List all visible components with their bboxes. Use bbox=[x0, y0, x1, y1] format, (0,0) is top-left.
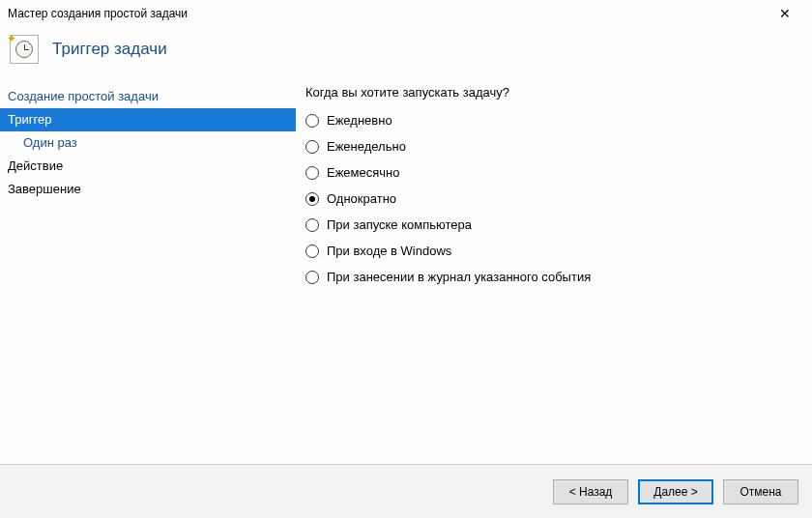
close-button[interactable]: ✕ bbox=[766, 6, 804, 21]
trigger-option-3[interactable]: Однократно bbox=[305, 191, 802, 206]
trigger-option-label: При запуске компьютера bbox=[327, 217, 472, 232]
trigger-option-label: При входе в Windows bbox=[327, 244, 451, 258]
radio-icon bbox=[305, 245, 319, 258]
radio-icon bbox=[305, 166, 319, 180]
titlebar: Мастер создания простой задачи ✕ bbox=[0, 0, 812, 27]
wizard-step-2[interactable]: Один раз bbox=[0, 131, 296, 155]
wizard-step-1[interactable]: Триггер bbox=[0, 108, 296, 131]
trigger-option-4[interactable]: При запуске компьютера bbox=[305, 217, 802, 232]
window-title: Мастер создания простой задачи bbox=[8, 7, 766, 20]
radio-icon bbox=[305, 218, 319, 232]
back-button[interactable]: < Назад bbox=[553, 479, 628, 504]
trigger-option-label: Однократно bbox=[327, 191, 396, 206]
trigger-options-group: ЕжедневноЕженедельноЕжемесячноОднократно… bbox=[305, 113, 802, 284]
wizard-step-3: Действие bbox=[0, 155, 296, 178]
trigger-option-label: При занесении в журнал указанного событи… bbox=[327, 270, 591, 284]
wizard-step-4: Завершение bbox=[0, 178, 296, 201]
trigger-option-1[interactable]: Еженедельно bbox=[305, 139, 802, 154]
page-title: Триггер задачи bbox=[52, 40, 167, 59]
next-button[interactable]: Далее > bbox=[638, 479, 713, 504]
trigger-option-label: Еженедельно bbox=[327, 139, 406, 154]
cancel-button[interactable]: Отмена bbox=[723, 479, 798, 504]
trigger-option-label: Ежедневно bbox=[327, 113, 392, 128]
wizard-step-label: Создание простой задачи bbox=[8, 89, 159, 103]
trigger-option-label: Ежемесячно bbox=[327, 165, 400, 180]
trigger-option-2[interactable]: Ежемесячно bbox=[305, 165, 802, 180]
wizard-body: Создание простой задачиТриггерОдин разДе… bbox=[0, 81, 812, 464]
wizard-footer: < Назад Далее > Отмена bbox=[0, 464, 812, 518]
wizard-main-panel: Когда вы хотите запускать задачу? Ежедне… bbox=[296, 81, 812, 464]
wizard-step-0[interactable]: Создание простой задачи bbox=[0, 85, 296, 108]
trigger-option-0[interactable]: Ежедневно bbox=[305, 113, 802, 128]
scheduler-icon: ✦ bbox=[10, 35, 39, 64]
radio-icon bbox=[305, 192, 319, 206]
wizard-step-label: Действие bbox=[8, 158, 63, 173]
radio-icon bbox=[305, 114, 319, 128]
wizard-steps-sidebar: Создание простой задачиТриггерОдин разДе… bbox=[0, 81, 296, 464]
trigger-option-6[interactable]: При занесении в журнал указанного событи… bbox=[305, 270, 802, 284]
radio-icon bbox=[305, 140, 319, 154]
wizard-window: Мастер создания простой задачи ✕ ✦ Тригг… bbox=[0, 0, 812, 518]
radio-icon bbox=[305, 271, 319, 284]
wizard-header: ✦ Триггер задачи bbox=[0, 27, 812, 81]
close-icon: ✕ bbox=[779, 6, 791, 21]
wizard-step-label: Один раз bbox=[23, 135, 77, 150]
trigger-question: Когда вы хотите запускать задачу? bbox=[305, 85, 802, 100]
trigger-option-5[interactable]: При входе в Windows bbox=[305, 244, 802, 258]
wizard-step-label: Триггер bbox=[8, 112, 51, 127]
wizard-step-label: Завершение bbox=[8, 182, 81, 196]
